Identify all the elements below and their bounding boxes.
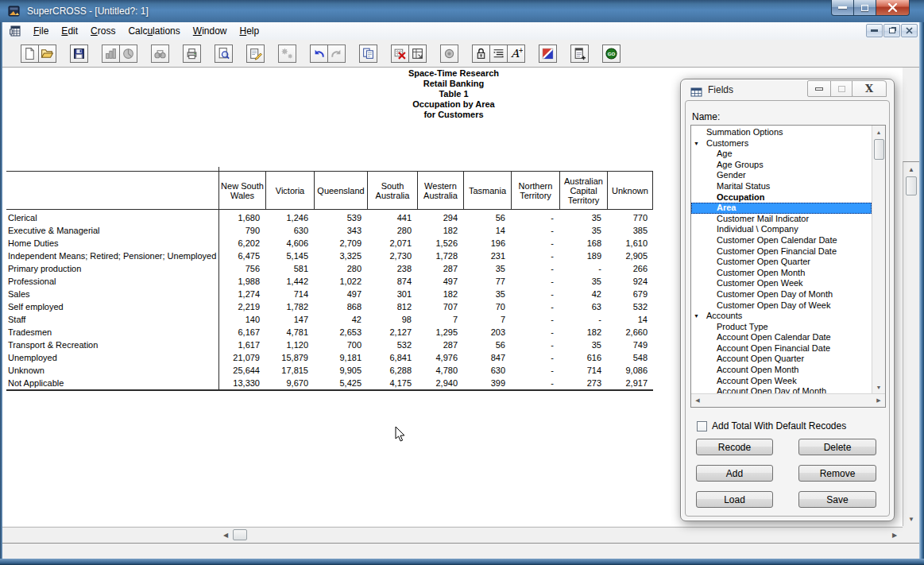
data-cell: 63: [559, 300, 607, 313]
lock-icon: [474, 47, 488, 60]
listbox-scroll-left-icon[interactable]: ◀: [694, 394, 702, 407]
listbox-scroll-down-icon[interactable]: ▼: [872, 383, 885, 391]
mdi-close-button[interactable]: [901, 24, 918, 37]
scroll-left-icon[interactable]: ◀: [219, 528, 232, 542]
toolbar-button-font-increase[interactable]: A+: [507, 45, 525, 63]
horizontal-scroll-thumb[interactable]: [233, 529, 247, 540]
menu-item-window[interactable]: Window: [187, 24, 234, 38]
load-button[interactable]: Load: [696, 491, 773, 508]
data-cell: 147: [265, 313, 314, 326]
tree-item-occupation[interactable]: Occupation: [691, 192, 872, 203]
menu-item-file[interactable]: File: [27, 24, 55, 38]
toolbar-button-bar-chart[interactable]: [102, 45, 120, 63]
maximize-button[interactable]: [853, 0, 876, 16]
toolbar-button-print-preview[interactable]: [215, 45, 233, 63]
tree-item-individual-company[interactable]: Individual \ Company: [691, 224, 872, 235]
dialog-close-button[interactable]: X: [852, 80, 887, 97]
delete-button[interactable]: Delete: [798, 439, 876, 455]
tree-expand-icon[interactable]: ▼: [694, 138, 699, 149]
toolbar-button-flag[interactable]: [539, 45, 557, 63]
toolbar-button-lock[interactable]: [472, 45, 490, 63]
data-cell: -: [511, 377, 559, 389]
toolbar-button-new-table[interactable]: [408, 45, 427, 63]
data-cell: 6,841: [367, 351, 417, 364]
tree-item-customer-open-month[interactable]: Customer Open Month: [691, 268, 872, 279]
data-cell: 707: [417, 300, 463, 313]
mdi-document-icon[interactable]: [10, 25, 22, 37]
listbox-horizontal-scrollbar[interactable]: ◀ ▶: [691, 393, 885, 407]
toolbar-button-open-file[interactable]: [38, 45, 56, 63]
menu-item-edit[interactable]: Edit: [55, 24, 84, 38]
tree-item-customer-open-week[interactable]: Customer Open Week: [691, 278, 872, 289]
toolbar-button-delete-table[interactable]: [391, 45, 409, 63]
toolbar-button-undo[interactable]: [310, 45, 328, 63]
tree-item-customer-open-quarter[interactable]: Customer Open Quarter: [691, 257, 872, 268]
table-corner-cell: [6, 172, 218, 209]
tree-item-account-open-financial-date[interactable]: Account Open Financial Date: [691, 343, 872, 354]
tree-item-age-groups[interactable]: Age Groups: [691, 160, 872, 171]
listbox-vertical-thumb[interactable]: [874, 139, 884, 160]
scroll-down-icon[interactable]: ▼: [903, 513, 919, 524]
add-total-checkbox[interactable]: [697, 421, 707, 431]
data-cell: -: [511, 224, 559, 237]
recode-button[interactable]: Recode: [696, 439, 773, 455]
tree-item-summation-options[interactable]: Summation Options: [691, 127, 872, 138]
tree-item-customer-open-calendar-date[interactable]: Customer Open Calendar Date: [691, 235, 872, 246]
tree-item-customer-open-day-of-month[interactable]: Customer Open Day of Month: [691, 289, 872, 300]
remove-button[interactable]: Remove: [798, 465, 876, 482]
tree-item-customer-mail-indicator[interactable]: Customer Mail Indicator: [691, 214, 872, 225]
save-button[interactable]: Save: [798, 491, 876, 508]
tree-item-account-open-day-of-month[interactable]: Account Open Day of Month: [691, 386, 872, 393]
mdi-minimize-button[interactable]: [866, 24, 883, 37]
toolbar-button-derivations[interactable]: [278, 45, 296, 63]
tree-item-account-open-calendar-date[interactable]: Account Open Calendar Date: [691, 332, 872, 343]
tree-item-customers[interactable]: ▼Customers: [691, 138, 872, 149]
add-button[interactable]: Add: [696, 465, 773, 482]
minimize-button[interactable]: [831, 0, 854, 16]
tree-item-area[interactable]: Area: [691, 203, 872, 214]
menu-item-calculations[interactable]: Calculations: [122, 24, 186, 38]
listbox-scroll-up-icon[interactable]: ▲: [872, 128, 885, 136]
toolbar-button-report-add[interactable]: [570, 45, 589, 63]
listbox-vertical-scrollbar[interactable]: ▲ ▼: [872, 126, 885, 393]
scroll-up-icon[interactable]: ▲: [903, 164, 919, 175]
tree-item-age[interactable]: Age: [691, 149, 872, 160]
scroll-right-icon[interactable]: ▶: [888, 528, 901, 542]
toolbar-button-field-list[interactable]: [489, 45, 508, 63]
tree-item-account-open-week[interactable]: Account Open Week: [691, 376, 872, 387]
listbox-scroll-right-icon[interactable]: ▶: [875, 394, 883, 407]
menu-item-cross[interactable]: Cross: [84, 24, 122, 38]
tree-item-account-open-quarter[interactable]: Account Open Quarter: [691, 354, 872, 365]
tree-item-accounts[interactable]: ▼Accounts: [691, 311, 872, 322]
data-cell: -: [511, 351, 559, 364]
toolbar-button-redo[interactable]: [327, 45, 346, 63]
tree-item-account-open-month[interactable]: Account Open Month: [691, 365, 872, 376]
toolbar-button-go[interactable]: GO: [602, 45, 621, 63]
tree-item-marital-status[interactable]: Marital Status: [691, 181, 872, 192]
toolbar-button-edit-table[interactable]: [246, 45, 265, 63]
tree-item-customer-open-financial-date[interactable]: Customer Open Financial Date: [691, 246, 872, 257]
close-button[interactable]: [876, 0, 910, 16]
toolbar-button-find[interactable]: [151, 45, 169, 63]
table-row: Staff140147429877--14: [6, 313, 653, 326]
tree-item-gender[interactable]: Gender: [691, 170, 872, 181]
tree-item-customer-open-day-of-week[interactable]: Customer Open Day of Week: [691, 300, 872, 312]
toolbar-button-save[interactable]: [70, 45, 88, 63]
dialog-maximize-button[interactable]: [830, 80, 852, 97]
dialog-minimize-button[interactable]: [807, 80, 831, 97]
toolbar-button-hotspot[interactable]: [440, 45, 458, 63]
vertical-scrollbar[interactable]: ▲ ▼: [903, 161, 919, 526]
toolbar-button-copy[interactable]: [359, 45, 377, 63]
toolbar-button-print[interactable]: [183, 45, 201, 63]
toolbar-button-pie-chart[interactable]: [119, 45, 137, 63]
horizontal-scrollbar[interactable]: ◀ ▶: [2, 527, 903, 542]
toolbar-button-new-document[interactable]: [21, 45, 39, 63]
mdi-restore-icon: [889, 28, 895, 33]
vertical-scroll-thumb[interactable]: [906, 176, 917, 195]
tree-expand-icon[interactable]: ▼: [694, 311, 699, 322]
open-file-icon: [41, 47, 54, 60]
tree-item-product-type[interactable]: Product Type: [691, 322, 872, 333]
mdi-restore-button[interactable]: [883, 24, 900, 37]
data-cell: 14: [607, 313, 653, 326]
menu-item-help[interactable]: Help: [233, 24, 265, 38]
